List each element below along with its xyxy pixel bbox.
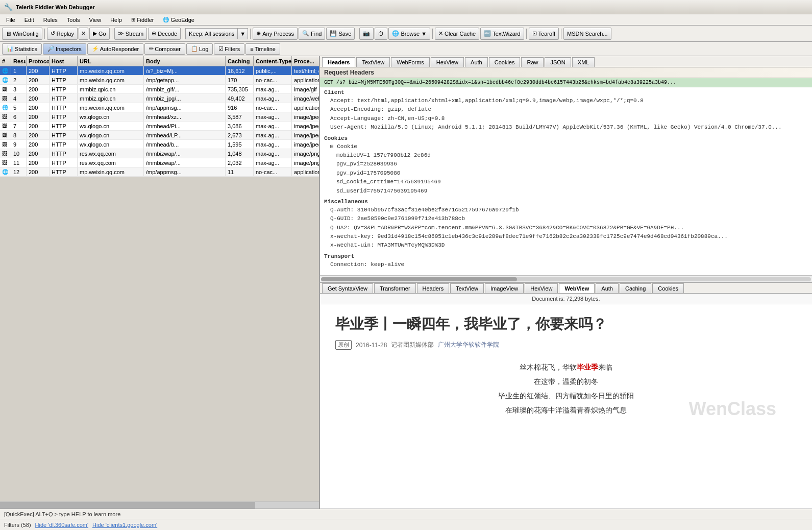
menu-geoedge[interactable]: 🌐 GeoEdge xyxy=(159,16,198,24)
cell-status: 200 xyxy=(27,112,50,121)
inspectors-tab[interactable]: 🔎 Inspectors xyxy=(43,43,86,55)
cell-icon: 🌐 xyxy=(0,76,11,84)
menu-tools[interactable]: Tools xyxy=(63,16,84,24)
table-row[interactable]: 🌐 1 200 HTTP mp.weixin.qq.com /s?_biz=Mj… xyxy=(0,66,319,76)
filter-hide2[interactable]: Hide 'clients1.google.com' xyxy=(92,522,157,528)
col-header-protocol[interactable]: Protocol xyxy=(27,56,50,66)
statistics-tab[interactable]: 📊 Statistics xyxy=(2,43,42,55)
table-row[interactable]: 🖼 9 200 HTTP wx.qlogo.cn /mmhead/b... 1,… xyxy=(0,140,319,149)
tab-xml[interactable]: XML xyxy=(572,57,595,67)
table-row[interactable]: 🌐 2 200 HTTP mp.weixin.qq.com /mp/getapp… xyxy=(0,76,319,85)
menu-fiddler[interactable]: ⊞ Fiddler xyxy=(127,16,158,24)
tab-cookies[interactable]: Cookies xyxy=(489,57,521,67)
table-header: # Result Protocol Host URL Body Caching … xyxy=(0,56,319,66)
timer-button[interactable]: ⏱ xyxy=(375,28,387,40)
table-row[interactable]: 🖼 11 200 HTTP res.wx.qq.com /mmbizwap/..… xyxy=(0,158,319,167)
header-line: Q-Auth: 31045b957cf33acf31e40be2f3e71c52… xyxy=(324,206,808,214)
resp-tab-webview[interactable]: WebView xyxy=(559,283,595,294)
tab-webforms[interactable]: WebForms xyxy=(391,57,430,67)
cell-content-type: application/... xyxy=(292,76,319,84)
resp-tab-get-syntaxview[interactable]: Get SyntaxView xyxy=(322,283,373,293)
composer-tab[interactable]: ✏ Composer xyxy=(144,43,185,55)
screenshot-button[interactable]: 📷 xyxy=(359,28,374,40)
clear-cache-button[interactable]: ✕ Clear Cache xyxy=(435,28,479,40)
replay-button[interactable]: ↺ Replay xyxy=(47,28,78,40)
go-button[interactable]: ▶ Go xyxy=(89,28,110,40)
cell-body: 1,595 xyxy=(226,140,254,149)
col-header-caching[interactable]: Caching xyxy=(226,56,254,66)
any-process-button[interactable]: ⊕ Any Process xyxy=(253,28,298,40)
winconfig-icon: 🖥 xyxy=(6,31,11,37)
table-row[interactable]: 🖼 4 200 HTTP mmbiz.qpic.cn /mmbiz_jpg/..… xyxy=(0,94,319,103)
table-row[interactable]: 🖼 10 200 HTTP res.wx.qq.com /mmbizwap/..… xyxy=(0,149,319,158)
col-header-url[interactable]: URL xyxy=(78,56,144,66)
filter-hide1[interactable]: Hide 'dl.360safe.com' xyxy=(35,522,88,528)
menu-help[interactable]: Help xyxy=(106,16,126,24)
resp-tab-transformer[interactable]: Transformer xyxy=(374,283,416,293)
req-headers-scrollbar[interactable] xyxy=(320,275,812,282)
col-header-result[interactable]: Result xyxy=(11,56,27,66)
cell-url: /mp/getapp... xyxy=(144,76,226,84)
tab-hexview[interactable]: HexView xyxy=(431,57,464,67)
table-row[interactable]: 🌐 12 200 HTTP mp.weixin.qq.com /mp/appms… xyxy=(0,167,319,177)
status-bar: [QuickExec] ALT+Q > type HELP to learn m… xyxy=(0,509,812,519)
menu-file[interactable]: File xyxy=(2,16,19,24)
cell-protocol: HTTP xyxy=(50,122,78,130)
tab-textview[interactable]: TextView xyxy=(356,57,390,67)
table-row[interactable]: 🖼 6 200 HTTP wx.qlogo.cn /mmhead/xz... 3… xyxy=(0,112,319,122)
menu-view[interactable]: View xyxy=(85,16,106,24)
tearoff-button[interactable]: ⊡ Tearoff xyxy=(529,28,559,40)
col-header-body[interactable]: Body xyxy=(144,56,226,66)
table-row[interactable]: 🌐 5 200 HTTP mp.weixin.qq.com /mp/appmsg… xyxy=(0,103,319,112)
table-row[interactable]: 🖼 7 200 HTTP wx.qlogo.cn /mmhead/Pi... 3… xyxy=(0,122,319,131)
col-header-id[interactable]: # xyxy=(0,56,11,66)
timeline-tab[interactable]: ≡ Timeline xyxy=(245,43,280,55)
header-line: x-wechat-uin: MTA3MTUwMTcyMQ%3D%3D xyxy=(324,241,808,250)
winconfig-button[interactable]: 🖥 WinConfig xyxy=(2,28,42,40)
menu-edit[interactable]: Edit xyxy=(20,16,38,24)
cell-content-type: image/png xyxy=(292,149,319,158)
tab-headers[interactable]: Headers xyxy=(322,57,355,67)
resp-tab-auth[interactable]: Auth xyxy=(596,283,619,293)
col-header-content-type[interactable]: Content-Type xyxy=(254,56,292,66)
table-row[interactable]: 🖼 3 200 HTTP mmbiz.qpic.cn /mmbiz_gif/..… xyxy=(0,85,319,94)
find-button[interactable]: 🔍 Find xyxy=(299,28,325,40)
article-org-link[interactable]: 广州大学华软软件学院 xyxy=(438,341,499,349)
cell-caching: no-cac... xyxy=(254,103,292,112)
cell-host: wx.qlogo.cn xyxy=(78,122,144,130)
cell-caching: no-cac... xyxy=(254,76,292,84)
title-bar: 🔧 Telerik Fiddler Web Debugger xyxy=(0,0,812,14)
cell-caching: max-ag... xyxy=(254,94,292,103)
stream-button[interactable]: ≫ Stream xyxy=(114,28,147,40)
tab-raw[interactable]: Raw xyxy=(521,57,544,67)
resp-tab-cookies[interactable]: Cookies xyxy=(652,283,684,293)
text-wizard-button[interactable]: 🔤 TextWizard xyxy=(480,28,524,40)
log-tab[interactable]: 📋 Log xyxy=(186,43,213,55)
browse-button[interactable]: 🌐 Browse ▼ xyxy=(388,28,430,40)
table-row[interactable]: 🖼 8 200 HTTP wx.qlogo.cn /mmhead/LP... 2… xyxy=(0,131,319,140)
resp-tab-hexview[interactable]: HexView xyxy=(525,283,558,293)
keep-dropdown[interactable]: Keep: All sessions ▼ xyxy=(185,28,248,39)
autoresponder-tab[interactable]: ⚡ AutoResponder xyxy=(87,43,143,55)
left-h-scrollbar[interactable] xyxy=(0,501,319,509)
cell-protocol: HTTP xyxy=(50,103,78,112)
resp-tab-imageview[interactable]: ImageView xyxy=(485,283,524,293)
msdn-search-button[interactable]: MSDN Search... xyxy=(563,28,611,40)
tab-json[interactable]: JSON xyxy=(545,57,571,67)
decode-button[interactable]: ⊕ Decode xyxy=(148,28,181,40)
resp-tab-headers[interactable]: Headers xyxy=(417,283,450,293)
save-icon: 💾 xyxy=(330,30,337,37)
req-headers-content[interactable]: ClientAccept: text/html,application/xhtm… xyxy=(320,87,812,275)
statistics-icon: 📊 xyxy=(7,45,14,52)
cell-url: /mmhead/LP... xyxy=(144,131,226,139)
resp-tab-textview[interactable]: TextView xyxy=(450,283,484,293)
keep-dropdown-arrow[interactable]: ▼ xyxy=(237,29,248,39)
menu-rules[interactable]: Rules xyxy=(39,16,62,24)
resp-tab-caching[interactable]: Caching xyxy=(620,283,651,293)
col-header-host[interactable]: Host xyxy=(50,56,78,66)
save-button[interactable]: 💾 Save xyxy=(326,28,355,40)
cell-caching: no-cac... xyxy=(254,167,292,176)
tab-auth[interactable]: Auth xyxy=(465,57,488,67)
filters-tab[interactable]: ☑ Filters xyxy=(214,43,244,55)
x-button[interactable]: ✕ xyxy=(79,28,88,40)
